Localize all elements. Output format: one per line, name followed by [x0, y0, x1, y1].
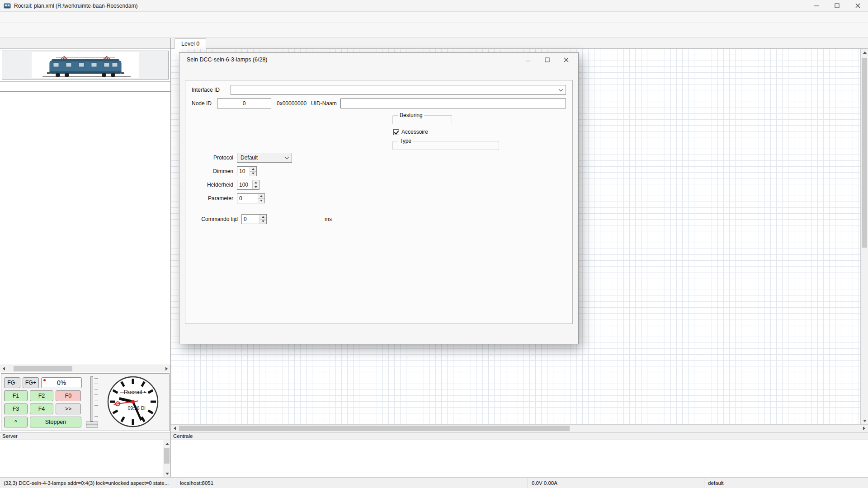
node-hex-value: 0x00000000: [277, 100, 307, 107]
menu-bar: [0, 12, 868, 23]
node-id-label: Node ID: [192, 100, 217, 107]
commando-tijd-label: Commando tijd: [194, 216, 238, 222]
parameter-spinner[interactable]: 0: [237, 193, 265, 203]
scroll-thumb[interactable]: [164, 448, 170, 464]
more-functions-button[interactable]: >>: [56, 404, 81, 414]
f3-button[interactable]: F3: [4, 404, 28, 414]
locomotive-image: [32, 52, 139, 78]
interface-id-combo[interactable]: [231, 85, 566, 95]
stop-button[interactable]: Stoppen: [30, 417, 81, 427]
throttle-panel: FG- FG+ 0% F1 F2 F0 F3 F4 >> ^ Stoppen: [1, 373, 170, 431]
scroll-thumb[interactable]: [862, 58, 867, 248]
window-minimize-button[interactable]: [806, 0, 826, 11]
plan-area: Level 0 Sein DCC-sein-6-3-lamps (6/28): [171, 38, 868, 432]
commando-tijd-spinner[interactable]: 0: [241, 214, 267, 224]
spin-up[interactable]: [253, 180, 259, 185]
dialog-close-button[interactable]: [560, 55, 572, 64]
protocol-select[interactable]: Default: [237, 153, 292, 163]
locomotive-table: [0, 81, 170, 365]
f1-button[interactable]: F1: [4, 390, 28, 401]
chevron-down-icon: [285, 155, 289, 160]
dimmen-label: Dimmen: [194, 168, 233, 174]
centrale-log: [171, 440, 868, 477]
signal-properties-dialog: Sein DCC-sein-6-3-lamps (6/28) Interface…: [179, 52, 579, 344]
spin-up[interactable]: [250, 167, 256, 171]
fg-plus-button[interactable]: FG+: [23, 377, 39, 388]
accessoire-checkbox[interactable]: Accessoire: [393, 129, 499, 135]
chevron-down-icon: [559, 87, 563, 92]
level-tab-strip: Level 0: [171, 38, 868, 49]
window-maximize-button[interactable]: [826, 0, 847, 11]
scroll-up-arrow[interactable]: [163, 440, 170, 447]
slider-track: [90, 376, 93, 422]
centrale-log-column: Centrale: [171, 432, 868, 477]
node-id-input[interactable]: [217, 99, 271, 108]
besturing-group: Besturing: [392, 112, 452, 124]
app-icon: [4, 2, 11, 9]
dialog-titlebar: Sein DCC-sein-6-3-lamps (6/28): [179, 53, 578, 66]
log-row: Server Centrale: [0, 432, 868, 477]
server-log-column: Server: [0, 432, 171, 477]
server-log: [0, 440, 170, 477]
server-log-scrollbar[interactable]: [163, 440, 170, 477]
scroll-right-arrow[interactable]: [163, 365, 170, 372]
toolbar: [0, 23, 868, 38]
status-host: localhost:8051: [176, 478, 528, 488]
spin-down[interactable]: [260, 219, 266, 224]
commando-tijd-value: 0: [242, 215, 259, 224]
centrale-log-header: Centrale: [171, 432, 868, 440]
spin-down[interactable]: [258, 198, 264, 203]
canvas-vscrollbar[interactable]: [860, 49, 868, 424]
protocol-label: Protocol: [194, 155, 233, 161]
status-selection-info: (32,3) DCC-sein-4-3-lamps addr=0:4(3) lo…: [0, 478, 176, 488]
scroll-left-arrow[interactable]: [171, 425, 179, 432]
scroll-thumb[interactable]: [179, 426, 570, 431]
uid-naam-label: UID-Naam: [311, 100, 337, 107]
helderheid-spinner[interactable]: 100: [237, 180, 259, 190]
scroll-thumb[interactable]: [14, 366, 72, 371]
f4-button[interactable]: F4: [30, 404, 53, 414]
scroll-right-arrow[interactable]: [860, 425, 868, 432]
besturing-legend: Besturing: [398, 112, 424, 118]
spin-up[interactable]: [258, 194, 264, 198]
level-tab[interactable]: Level 0: [175, 38, 206, 49]
locomotive-image-box: [2, 51, 169, 80]
type-group: Type: [392, 138, 499, 150]
left-panel-hscrollbar[interactable]: [0, 365, 170, 372]
window-controls: [806, 0, 868, 11]
dialog-minimize-button[interactable]: [522, 55, 534, 64]
spin-down[interactable]: [253, 185, 259, 190]
window-close-button[interactable]: [847, 0, 868, 11]
uid-naam-input[interactable]: [340, 99, 566, 108]
f0-button[interactable]: F0: [56, 390, 81, 401]
direction-button[interactable]: ^: [4, 417, 28, 427]
spin-down[interactable]: [250, 171, 256, 176]
left-panel: FG- FG+ 0% F1 F2 F0 F3 F4 >> ^ Stoppen: [0, 38, 171, 432]
spin-up[interactable]: [260, 215, 266, 219]
status-leds: [800, 478, 868, 488]
table-empty-area: [0, 92, 170, 365]
clock-brand: Rocrail: [124, 389, 142, 395]
dialog-title: Sein DCC-sein-6-3-lamps (6/28): [187, 56, 268, 63]
dimmen-spinner[interactable]: 10: [237, 166, 257, 176]
scroll-down-arrow[interactable]: [163, 470, 170, 477]
helderheid-label: Helderheid: [194, 182, 233, 188]
dimmen-value: 10: [237, 167, 250, 176]
scroll-left-arrow[interactable]: [0, 365, 8, 372]
status-bar: (32,3) DCC-sein-4-3-lamps addr=0:4(3) lo…: [0, 477, 868, 488]
slider-handle[interactable]: [86, 422, 98, 427]
f2-button[interactable]: F2: [30, 390, 53, 401]
checkbox-icon: [393, 129, 399, 135]
interface-tab-pane: Interface ID Node ID 0x00000000 UID-Naam…: [185, 80, 573, 324]
scroll-up-arrow[interactable]: [861, 49, 868, 56]
dialog-maximize-button[interactable]: [541, 55, 553, 64]
fg-minus-button[interactable]: FG-: [4, 377, 20, 388]
canvas-hscrollbar[interactable]: [171, 424, 868, 432]
clock: Rocrail 09:26 Di: [107, 375, 159, 429]
scroll-down-arrow[interactable]: [861, 417, 868, 424]
speed-slider[interactable]: [85, 375, 100, 429]
helderheid-value: 100: [237, 180, 252, 189]
locomotive-table-header: [0, 82, 170, 92]
accessoire-label: Accessoire: [401, 129, 428, 135]
speed-display: 0%: [41, 377, 82, 388]
